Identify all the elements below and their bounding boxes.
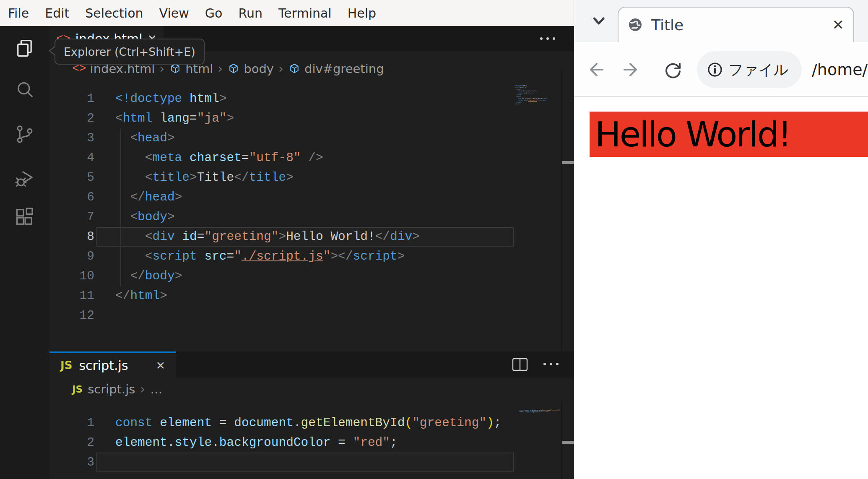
code-text (94, 453, 115, 472)
breadcrumb-item[interactable]: script.js (88, 382, 135, 396)
code-line[interactable]: 7 <body> (49, 207, 561, 227)
bottom-editor-tab-bar: JS script.js ✕ (49, 351, 574, 377)
browser-window: Title ✕ ファイル /hom (574, 0, 868, 479)
more-actions-icon[interactable] (540, 37, 555, 40)
explorer-icon[interactable] (14, 37, 36, 59)
minimap[interactable]: const element = document.getElementById(… (519, 409, 561, 413)
line-number: 3 (49, 453, 94, 472)
js-file-icon: JS (72, 384, 83, 395)
code-line[interactable]: 6 </head> (49, 187, 561, 207)
scrollbar-divider (561, 401, 562, 479)
js-code-editor[interactable]: 1const element = document.getElementById… (49, 413, 561, 472)
menu-item-help[interactable]: Help (340, 6, 384, 21)
breadcrumb-item-body[interactable]: body (227, 62, 274, 76)
code-line[interactable]: 2element.style.backgroundColor = "red"; (49, 433, 561, 453)
code-line[interactable]: 3 <head> (49, 128, 561, 148)
code-text: <head> (94, 128, 175, 148)
code-line[interactable]: 11</html> (49, 286, 561, 306)
code-text: <script src="./script.js"></script> (94, 247, 405, 266)
breadcrumb-more[interactable]: … (150, 382, 162, 396)
source-control-icon[interactable] (14, 123, 36, 145)
code-line[interactable]: 8 <div id="greeting">Hello World!</div> (49, 227, 561, 247)
code-line[interactable]: 12 (49, 306, 561, 325)
code-line[interactable]: 10 </body> (49, 266, 561, 286)
run-debug-icon[interactable] (14, 167, 36, 189)
symbol-cube-icon (288, 62, 301, 75)
browser-tab-strip: Title ✕ (574, 0, 868, 42)
symbol-cube-icon (227, 62, 240, 75)
code-text: element.style.backgroundColor = "red"; (94, 433, 398, 453)
extensions-icon[interactable] (14, 206, 36, 228)
browser-toolbar: ファイル /home/u (574, 42, 868, 97)
reload-icon[interactable] (663, 60, 683, 80)
menu-item-view[interactable]: View (151, 6, 197, 21)
breadcrumb-separator: › (140, 382, 145, 396)
code-line[interactable]: 1<!doctype html> (49, 89, 561, 109)
code-text: <meta charset="utf-8" /> (94, 148, 323, 168)
breadcrumb-script: JS script.js › … (49, 377, 574, 401)
code-line[interactable]: 4 <meta charset="utf-8" /> (49, 148, 561, 168)
line-number: 2 (49, 433, 94, 453)
html-code-editor[interactable]: 1<!doctype html>2<html lang="ja">3 <head… (49, 89, 561, 325)
line-number: 1 (49, 89, 94, 109)
line-number: 3 (49, 128, 94, 148)
menu-item-selection[interactable]: Selection (77, 6, 151, 21)
browser-viewport: Hello World! (574, 97, 868, 479)
explorer-tooltip: Explorer (Ctrl+Shift+E) (55, 39, 205, 65)
code-line[interactable]: 3 (49, 453, 561, 472)
scrollbar-marker[interactable] (562, 161, 574, 164)
menu-item-terminal[interactable]: Terminal (270, 6, 340, 21)
close-icon[interactable]: ✕ (832, 16, 845, 33)
line-number: 9 (49, 247, 94, 266)
code-line[interactable]: 5 <title>Title</title> (49, 168, 561, 187)
breadcrumb-item-div-greeting[interactable]: div#greeting (288, 62, 384, 76)
tab-script-js[interactable]: JS script.js ✕ (49, 351, 176, 377)
code-line[interactable]: 9 <script src="./script.js"></script> (49, 247, 561, 266)
code-line[interactable]: 1const element = document.getElementById… (49, 413, 561, 433)
menu-item-go[interactable]: Go (197, 6, 231, 21)
minimap[interactable]: <!doctype html><html lang="ja"> <head> <… (515, 85, 548, 105)
line-number: 5 (49, 168, 94, 187)
line-number: 6 (49, 187, 94, 207)
url-scheme-chip[interactable]: ファイル (697, 51, 802, 88)
menu-item-run[interactable]: Run (230, 6, 270, 21)
code-text: <body> (94, 207, 175, 227)
line-number: 8 (49, 227, 94, 247)
menu-item-edit[interactable]: Edit (37, 6, 77, 21)
breadcrumb-label: div#greeting (304, 62, 384, 76)
vscode-window: FileEditSelectionViewGoRunTerminalHelp (0, 0, 574, 479)
menu-bar: FileEditSelectionViewGoRunTerminalHelp (0, 0, 574, 26)
line-number: 12 (49, 306, 94, 325)
line-number: 11 (49, 286, 94, 306)
tab-label: script.js (79, 358, 128, 373)
scrollbar-marker[interactable] (562, 441, 574, 444)
code-text (94, 306, 115, 325)
code-text: <title>Title</title> (94, 168, 294, 187)
more-actions-icon[interactable] (543, 363, 559, 365)
code-text: <div id="greeting">Hello World!</div> (94, 227, 420, 247)
line-number: 10 (49, 266, 94, 286)
line-number: 7 (49, 207, 94, 227)
code-text: const element = document.getElementById(… (94, 413, 502, 433)
code-line[interactable]: 2<html lang="ja"> (49, 109, 561, 128)
browser-tab[interactable]: Title ✕ (618, 7, 854, 42)
chevron-down-icon[interactable] (588, 12, 609, 30)
forward-icon[interactable] (619, 60, 640, 80)
breadcrumb-separator: › (278, 61, 283, 76)
search-icon[interactable] (14, 79, 36, 101)
split-editor-icon[interactable] (512, 357, 528, 372)
screen: FileEditSelectionViewGoRunTerminalHelp (0, 0, 868, 479)
breadcrumb-label: body (244, 62, 274, 76)
code-text: <!doctype html> (94, 89, 227, 109)
code-text: </body> (94, 266, 182, 286)
activity-bar (0, 26, 49, 479)
address-bar-url[interactable]: /home/u (812, 42, 868, 97)
close-icon[interactable]: ✕ (156, 359, 165, 372)
code-text: <html lang="ja"> (94, 109, 234, 128)
menu-item-file[interactable]: File (0, 6, 37, 21)
globe-icon (628, 17, 643, 32)
back-icon[interactable] (587, 60, 608, 80)
scrollbar-divider (561, 70, 562, 351)
js-file-icon: JS (60, 359, 72, 372)
tab-title: Title (651, 16, 824, 34)
